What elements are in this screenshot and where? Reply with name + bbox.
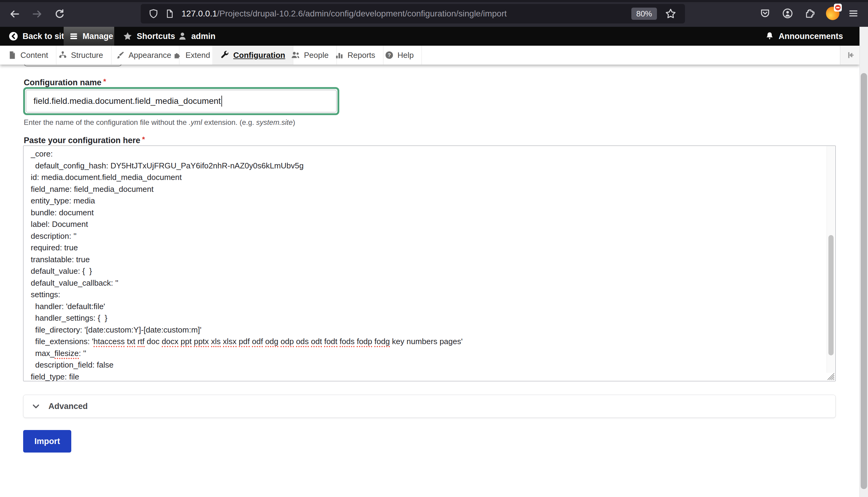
textarea-resize-grip[interactable] <box>826 372 835 380</box>
back-to-site-icon <box>9 31 18 41</box>
misspelled-word: docx <box>162 337 179 347</box>
reload-button[interactable] <box>51 5 68 23</box>
menu-item-extend[interactable]: Extend <box>165 46 218 65</box>
help-icon: ? <box>385 51 394 59</box>
adblock-extension-icon[interactable] <box>826 7 839 20</box>
import-button[interactable]: Import <box>23 430 71 453</box>
user-icon <box>178 32 187 41</box>
back-to-site-label: Back to site <box>23 32 69 41</box>
yaml-line: entity_type: media <box>31 195 463 207</box>
misspelled-word: fodt <box>324 337 337 347</box>
reports-chart-icon <box>335 51 343 59</box>
menu-label: People <box>304 51 329 60</box>
window-scrollbar-thumb[interactable] <box>861 73 867 489</box>
yaml-line: handler: 'default:file' <box>31 301 463 312</box>
misspelled-word: htaccess <box>94 337 125 347</box>
pocket-icon[interactable] <box>756 4 774 23</box>
chevron-down-icon <box>31 402 41 411</box>
configuration-wrench-icon <box>220 51 229 60</box>
import-configuration-form: Configuration name* field.field.media.do… <box>0 65 859 497</box>
yaml-line: field_name: field_media_document <box>31 183 463 195</box>
misspelled-word: xls <box>211 337 221 347</box>
menu-item-help[interactable]: ? Help <box>377 46 422 65</box>
shortcuts-star-icon <box>123 31 132 41</box>
menu-label: Reports <box>347 51 375 60</box>
shield-icon[interactable] <box>148 9 158 18</box>
yaml-line: default_config_hash: DY5HtJTxUjFRGU_PaY6… <box>31 160 463 172</box>
reload-icon <box>55 9 65 19</box>
misspelled-word: fodp <box>357 337 372 347</box>
menu-hamburger-icon[interactable] <box>844 4 863 23</box>
forward-button[interactable] <box>29 5 46 23</box>
yaml-line: max_filesize: '' <box>31 347 463 359</box>
back-button[interactable] <box>6 5 23 23</box>
menu-item-content[interactable]: Content <box>0 46 56 65</box>
yaml-line: settings: <box>31 289 463 301</box>
misspelled-word: odf <box>252 337 263 347</box>
extension-disabled-badge <box>834 4 842 12</box>
manage-label: Manage <box>83 32 113 41</box>
browser-tab-strip <box>0 0 868 2</box>
yaml-line: translatable: true <box>31 254 463 266</box>
misspelled-word: pdf <box>239 337 250 347</box>
misspelled-word: odt <box>311 337 322 347</box>
page-info-icon[interactable] <box>165 9 174 18</box>
yaml-content: _core: default_config_hash: DY5HtJTxUjFR… <box>31 148 463 383</box>
extend-puzzle-icon <box>173 51 182 59</box>
misspelled-word: ppt <box>181 337 191 347</box>
menu-item-structure[interactable]: Structure <box>51 46 112 65</box>
textarea-scrollbar-track[interactable] <box>827 146 835 373</box>
account-icon[interactable] <box>779 4 797 23</box>
url-text: 127.0.0.1/Projects/drupal-10.2.6/admin/c… <box>182 9 507 18</box>
misspelled-word: pptx <box>194 337 209 347</box>
configuration-name-input[interactable]: field.field.media.document.field_media_d… <box>23 87 339 115</box>
misspelled-word: fodg <box>374 337 390 347</box>
back-arrow-icon <box>10 9 20 19</box>
menu-item-reports[interactable]: Reports <box>327 46 383 65</box>
menu-item-configuration[interactable]: Configuration <box>212 46 293 65</box>
drupal-admin-toolbar: Back to site Manage Shortcuts admin Anno… <box>0 27 859 46</box>
forward-arrow-icon <box>32 9 42 19</box>
toolbar-item-shortcuts[interactable]: Shortcuts <box>117 27 181 46</box>
menu-label: Structure <box>71 51 103 60</box>
yaml-line: id: media.document.field_media_document <box>31 171 463 183</box>
structure-icon <box>58 51 67 59</box>
required-asterisk: * <box>103 77 106 86</box>
configuration-name-description: Enter the name of the configuration file… <box>24 118 295 127</box>
yaml-line: file_extensions: 'htaccess txt rtf doc d… <box>31 336 463 347</box>
announcements-label: Announcements <box>779 32 843 41</box>
browser-chrome: 127.0.0.1/Projects/drupal-10.2.6/admin/c… <box>0 0 868 27</box>
toolbar-item-announcements[interactable]: Announcements <box>759 27 849 46</box>
misspelled-word: fods <box>340 337 355 347</box>
toolbar-item-manage[interactable]: Manage <box>63 27 114 46</box>
yaml-line: required: true <box>31 242 463 254</box>
yaml-line: handler_settings: { } <box>31 312 463 324</box>
required-asterisk: * <box>142 135 145 143</box>
textarea-scrollbar-thumb[interactable] <box>828 235 834 355</box>
paste-configuration-label: Paste your configuration here* <box>24 135 145 145</box>
toolbar-collapse-button[interactable] <box>840 46 859 65</box>
yaml-line: default_value_callback: '' <box>31 277 463 289</box>
advanced-details-toggle[interactable]: Advanced <box>23 395 836 418</box>
yaml-line: _core: <box>31 148 463 160</box>
zoom-level-badge[interactable]: 80% <box>631 8 657 20</box>
configuration-yaml-textarea[interactable]: _core: default_config_hash: DY5HtJTxUjFR… <box>23 145 836 381</box>
bookmark-star-icon[interactable] <box>665 8 677 21</box>
bell-icon <box>765 32 774 41</box>
appearance-brush-icon <box>116 51 125 59</box>
misspelled-word: ods <box>296 337 309 347</box>
misspelled-word: odp <box>281 337 294 347</box>
yaml-line: default_value: { } <box>31 265 463 277</box>
collapse-left-icon <box>845 50 855 60</box>
yaml-line: description_field: false <box>31 359 463 371</box>
people-icon <box>291 51 300 60</box>
extensions-puzzle-icon[interactable] <box>801 4 819 23</box>
window-scrollbar-track[interactable] <box>859 27 868 497</box>
toolbar-item-user[interactable]: admin <box>172 27 221 46</box>
yaml-line: file_directory: '[date:custom:Y]-[date:c… <box>31 324 463 336</box>
misspelled-word: rtf <box>137 337 144 347</box>
yaml-line: description: '' <box>31 230 463 242</box>
user-label: admin <box>191 32 216 41</box>
url-bar[interactable]: 127.0.0.1/Projects/drupal-10.2.6/admin/c… <box>141 4 685 24</box>
text-caret <box>222 96 222 106</box>
